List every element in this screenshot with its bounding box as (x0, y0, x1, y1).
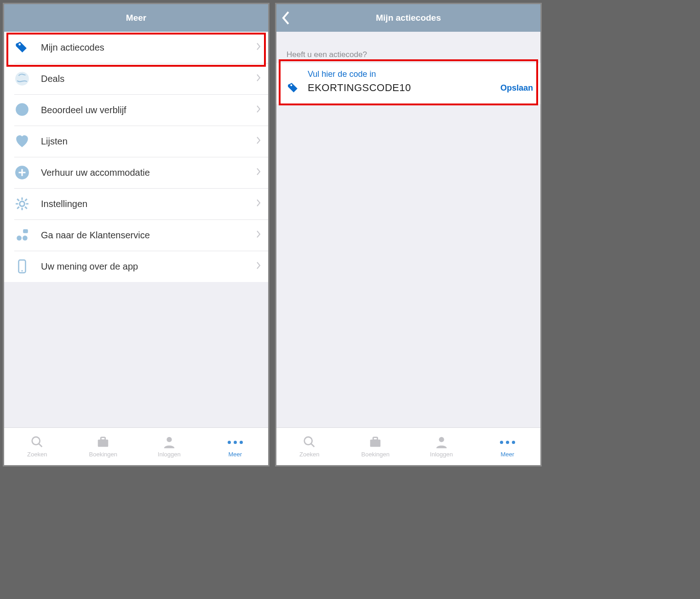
right-screen: Mijn actiecodes Heeft u een actiecode? V… (275, 3, 542, 467)
tab-label: Zoeken (299, 451, 319, 458)
menu-list: Mijn actiecodes Deals Beoordeel uw verbl… (4, 32, 268, 282)
code-input[interactable]: EKORTINGSCODE10 (308, 82, 500, 94)
tab-label: Inloggen (430, 451, 453, 458)
menu-item-deals[interactable]: Deals (4, 63, 268, 94)
tab-inloggen[interactable]: Inloggen (408, 428, 475, 465)
menu-item-beoordeel[interactable]: Beoordeel uw verblijf (4, 94, 268, 126)
chevron-right-icon (256, 43, 261, 52)
suitcase-icon (96, 435, 110, 449)
code-hint-label: Vul hier de code in (308, 69, 533, 79)
code-row: EKORTINGSCODE10 Opslaan (287, 81, 533, 95)
suitcase-icon (368, 435, 382, 449)
menu-item-label: Deals (41, 74, 256, 84)
menu-item-label: Verhuur uw accommodatie (41, 167, 256, 178)
code-entry-box: Vul hier de code in EKORTINGSCODE10 Opsl… (276, 63, 540, 104)
menu-item-mijn-actiecodes[interactable]: Mijn actiecodes (4, 32, 268, 63)
left-screen: Meer Mijn actiecodes Deals Beoordeel uw … (3, 3, 270, 467)
menu-item-klantenservice[interactable]: Ga naar de Klantenservice (4, 219, 268, 251)
tab-inloggen[interactable]: Inloggen (136, 428, 202, 465)
tab-meer[interactable]: Meer (202, 428, 269, 465)
nav-bar: Mijn actiecodes (276, 4, 540, 32)
menu-item-label: Uw mening over de app (41, 261, 256, 272)
search-icon (30, 435, 44, 449)
tab-label: Boekingen (361, 451, 390, 458)
tab-label: Zoeken (27, 451, 47, 458)
menu-item-label: Ga naar de Klantenservice (41, 230, 256, 241)
tab-bar: Zoeken Boekingen Inloggen Meer (4, 427, 268, 465)
nav-bar: Meer (4, 4, 268, 32)
back-button[interactable] (282, 4, 290, 32)
plus-circle-icon (14, 165, 30, 180)
tab-meer[interactable]: Meer (475, 428, 541, 465)
globe-icon (14, 71, 30, 86)
chevron-right-icon (256, 74, 261, 83)
nav-title: Mijn actiecodes (376, 13, 441, 23)
menu-item-label: Mijn actiecodes (41, 42, 256, 53)
section-header: Heeft u een actiecode? (276, 32, 540, 63)
chevron-right-icon (256, 262, 261, 271)
tab-label: Boekingen (89, 451, 117, 458)
menu-item-label: Beoordeel uw verblijf (41, 105, 256, 115)
tab-zoeken[interactable]: Zoeken (4, 428, 70, 465)
chevron-right-icon (256, 168, 261, 177)
menu-item-label: Instellingen (41, 199, 256, 209)
tag-icon (14, 40, 30, 55)
content-area: Heeft u een actiecode? Vul hier de code … (276, 32, 540, 427)
dots-icon (500, 435, 515, 449)
nav-title: Meer (126, 13, 146, 23)
tab-zoeken[interactable]: Zoeken (276, 428, 343, 465)
menu-item-mening[interactable]: Uw mening over de app (4, 251, 268, 282)
chevron-right-icon (256, 137, 261, 146)
heart-icon (14, 133, 30, 149)
chat-icon (14, 102, 30, 118)
menu-item-lijsten[interactable]: Lijsten (4, 126, 268, 157)
phone-icon (14, 259, 30, 274)
menu-item-label: Lijsten (41, 136, 256, 147)
menu-item-verhuur[interactable]: Verhuur uw accommodatie (4, 157, 268, 188)
chevron-left-icon (282, 11, 290, 25)
tab-label: Inloggen (158, 451, 181, 458)
content-area: Mijn actiecodes Deals Beoordeel uw verbl… (4, 32, 268, 427)
user-icon (162, 435, 176, 449)
support-icon (14, 227, 30, 243)
tab-boekingen[interactable]: Boekingen (70, 428, 137, 465)
dots-icon (228, 435, 243, 449)
search-icon (303, 435, 316, 449)
tab-bar: Zoeken Boekingen Inloggen Meer (276, 427, 540, 465)
save-button[interactable]: Opslaan (500, 83, 533, 93)
user-icon (435, 435, 448, 449)
chevron-right-icon (256, 230, 261, 240)
menu-item-instellingen[interactable]: Instellingen (4, 188, 268, 219)
tab-label: Meer (228, 451, 242, 458)
tab-label: Meer (500, 451, 514, 458)
chevron-right-icon (256, 199, 261, 208)
gear-icon (14, 196, 30, 212)
chevron-right-icon (256, 105, 261, 115)
tab-boekingen[interactable]: Boekingen (343, 428, 409, 465)
tag-icon (287, 81, 300, 95)
